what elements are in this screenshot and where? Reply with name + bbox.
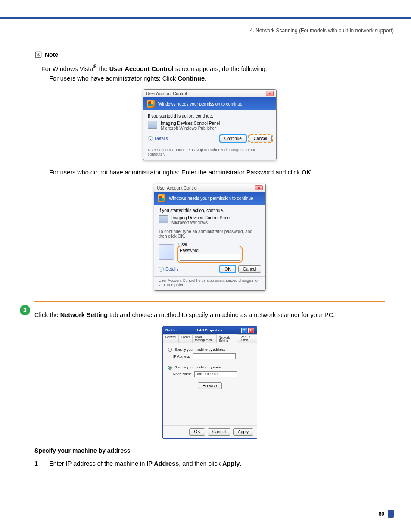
ip-address-label: IP Address: [173, 355, 190, 358]
note-admin-pre: For users who have administrator rights:…: [49, 75, 177, 82]
node-name-label: Node Name: [173, 372, 192, 376]
note-line1-post: the: [97, 65, 109, 72]
note-admin-tail: .: [205, 75, 206, 82]
tab-general[interactable]: General: [163, 334, 179, 343]
tab-color-management[interactable]: Color Management: [192, 334, 216, 343]
registered-mark: ®: [93, 64, 97, 70]
note-line1-pre: For Windows Vista: [41, 65, 93, 72]
close-icon[interactable]: ✕: [266, 91, 274, 96]
spec-addr-heading: Specify your machine by address: [34, 447, 385, 454]
spec-addr-pre: Enter IP address of the machine in: [49, 460, 146, 467]
tab-events[interactable]: Events: [178, 334, 193, 343]
shield-icon: [147, 100, 155, 108]
note-nonadmin-tail: .: [311, 169, 313, 176]
uac-dialog-nonadmin: User Account Control ✕ Windows needs you…: [154, 184, 266, 291]
user-avatar-icon: [159, 244, 174, 260]
uac2-title: User Account Control: [157, 186, 198, 190]
note-admin-bold: Continue: [177, 75, 205, 82]
spec-addr-tail: .: [240, 460, 241, 467]
note-nonadmin-bold: OK: [302, 169, 311, 176]
chevron-down-icon: ⌄: [159, 267, 164, 272]
ok-button[interactable]: OK: [220, 265, 235, 273]
ip-address-input[interactable]: [193, 353, 236, 359]
dialog-title: LAN Properties: [197, 328, 222, 332]
tabs-bar: General Events Color Management Network …: [163, 334, 257, 343]
note-line1-tail: screen appears, do the following.: [174, 65, 267, 72]
uac2-publisher: Microsoft Windows: [171, 220, 230, 225]
browse-button[interactable]: Browse: [198, 382, 221, 389]
substep-number: 1: [34, 460, 38, 467]
uac1-program: Imaging Devices Control Panel: [161, 121, 220, 126]
spec-addr-ip-bold: IP Address: [146, 460, 179, 467]
devices-icon: [148, 121, 157, 129]
uac1-msg: If you started this action, continue.: [148, 114, 272, 118]
note-icon: [34, 51, 42, 59]
cancel-button[interactable]: Cancel: [208, 428, 230, 436]
devices-icon: [159, 215, 168, 223]
close-icon[interactable]: ✕: [248, 328, 254, 333]
tab-network-setting[interactable]: Network Setting: [216, 335, 237, 343]
chapter-reference: 4. Network Scanning (For models with bui…: [0, 28, 411, 34]
uac2-msg: If you started this action, continue.: [159, 208, 261, 213]
brand-label: Brother: [165, 328, 178, 332]
uac1-publisher: Microsoft Windows Publisher: [161, 126, 220, 131]
uac2-prompt: To continue, type an administrator passw…: [159, 229, 261, 239]
password-label: Password: [180, 248, 199, 253]
shield-icon: [158, 194, 165, 202]
ok-button[interactable]: OK: [189, 428, 205, 436]
uac2-footer: User Account Control helps stop unauthor…: [154, 276, 265, 290]
details-toggle[interactable]: ⌄ Details: [159, 267, 179, 272]
note-nonadmin-pre: For users who do not have administrator …: [49, 169, 302, 176]
top-accent-bar: [0, 17, 411, 19]
radio-selected-icon[interactable]: [168, 366, 172, 370]
uac1-details: Details: [155, 136, 168, 141]
tab-scan-to-button[interactable]: Scan To Button: [237, 334, 257, 343]
uac2-program: Imaging Devices Control Panel: [171, 215, 230, 220]
continue-button[interactable]: Continue: [220, 135, 246, 142]
lan-properties-dialog: Brother LAN Properties ? ✕ General Event…: [162, 326, 257, 439]
cancel-button[interactable]: Cancel: [238, 265, 261, 273]
uac1-footer: User Account Control helps stop unauthor…: [143, 146, 276, 160]
page-number: 80: [379, 511, 384, 517]
apply-button[interactable]: Apply: [233, 428, 253, 436]
option-by-address[interactable]: Specify your machine by address: [168, 348, 252, 352]
opt-addr-label: Specify your machine by address: [174, 348, 225, 352]
user-label: User: [178, 242, 261, 247]
step3-tail: tab and choose a method to specify a mac…: [108, 311, 335, 318]
note-line1-bold: User Account Control: [109, 65, 174, 72]
step3-bold: Network Setting: [60, 311, 108, 318]
option-by-name[interactable]: Specify your machine by name: [168, 365, 252, 369]
uac2-banner: Windows needs your permission to continu…: [169, 196, 253, 201]
password-input[interactable]: [180, 254, 240, 261]
uac2-details: Details: [165, 267, 179, 271]
spec-addr-apply-bold: Apply: [222, 460, 240, 467]
details-toggle[interactable]: ⌄ Details: [148, 136, 168, 141]
spec-addr-mid: , and then click: [179, 460, 222, 467]
opt-name-label: Specify your machine by name: [174, 365, 221, 369]
note-divider: [61, 55, 385, 55]
radio-unselected-icon[interactable]: [168, 348, 172, 352]
node-name-input[interactable]: BRN_XXXXXX: [194, 371, 237, 377]
page-tab-marker: [388, 510, 394, 518]
step-number-badge: 3: [20, 305, 30, 315]
help-icon[interactable]: ?: [241, 328, 247, 333]
note-label: Note: [45, 51, 58, 58]
step3-pre: Click the: [34, 311, 60, 318]
chevron-down-icon: ⌄: [148, 136, 153, 141]
uac1-title: User Account Control: [146, 91, 187, 96]
uac-dialog-admin: User Account Control ✕ Windows needs you…: [143, 89, 277, 160]
cancel-button[interactable]: Cancel: [249, 135, 272, 142]
close-icon[interactable]: ✕: [255, 185, 263, 190]
uac1-banner: Windows needs your permission to continu…: [158, 102, 243, 106]
